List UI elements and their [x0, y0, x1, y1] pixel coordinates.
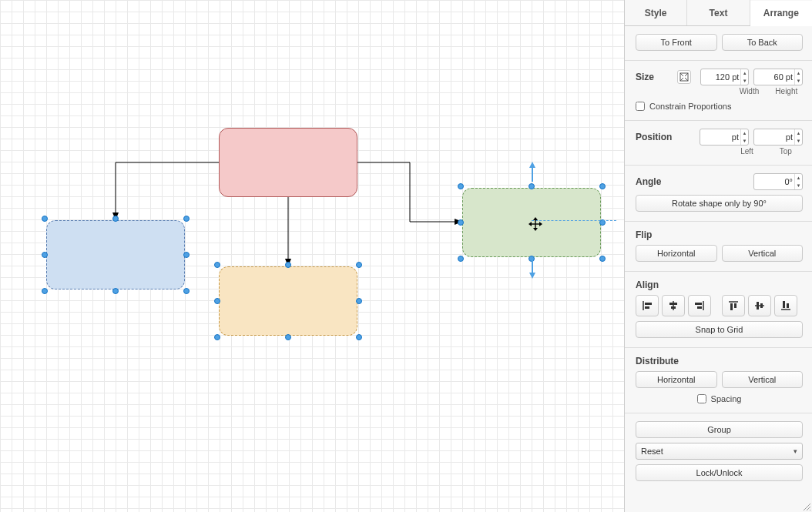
spacing-checkbox[interactable]: Spacing: [636, 394, 803, 403]
constrain-checkbox-input[interactable]: [636, 102, 645, 111]
svg-marker-0: [112, 212, 119, 220]
inspector-tabs: Style Text Arrange: [625, 0, 812, 26]
svg-rect-30: [783, 301, 785, 308]
svg-rect-16: [645, 306, 649, 309]
snap-to-grid-button[interactable]: Snap to Grid: [636, 321, 803, 338]
section-distribute: Distribute Horizontal Vertical Spacing: [625, 348, 812, 413]
svg-rect-21: [695, 303, 702, 305]
tab-arrange[interactable]: Arrange: [750, 1, 812, 26]
svg-rect-22: [697, 306, 702, 309]
angle-stepper[interactable]: ▲▼: [794, 174, 802, 189]
section-angle: Angle 0° ▲▼ Rotate shape only by 90°: [625, 166, 812, 222]
align-center-h-button[interactable]: [662, 295, 685, 316]
top-input[interactable]: pt ▲▼: [753, 129, 803, 146]
left-sublabel: Left: [730, 147, 763, 156]
reset-select-label: Reset: [641, 447, 663, 456]
svg-marker-6: [529, 273, 535, 279]
section-group: Group Reset ▾ Lock/Unlock: [625, 413, 812, 490]
constrain-label: Constrain Proportions: [649, 102, 731, 111]
top-value: pt: [786, 132, 794, 142]
align-center-h-icon: [668, 300, 679, 311]
align-bottom-icon: [780, 300, 791, 311]
svg-line-34: [810, 510, 810, 510]
to-back-button[interactable]: To Back: [722, 34, 804, 51]
align-top-icon: [728, 300, 739, 311]
shape-blue[interactable]: [46, 220, 185, 289]
svg-rect-24: [730, 303, 733, 310]
chevron-down-icon: ▾: [794, 447, 797, 455]
align-top-button[interactable]: [722, 295, 745, 316]
group-button[interactable]: Group: [636, 421, 803, 438]
angle-input[interactable]: 0° ▲▼: [753, 173, 803, 190]
size-label: Size: [636, 72, 673, 82]
width-value: 120 pt: [716, 72, 741, 82]
left-value: pt: [732, 132, 740, 142]
tab-text[interactable]: Text: [687, 0, 750, 25]
svg-rect-19: [671, 306, 676, 309]
height-sublabel: Height: [770, 87, 803, 95]
height-stepper[interactable]: ▲▼: [794, 69, 802, 85]
angle-value: 0°: [784, 177, 794, 186]
width-input[interactable]: 120 pt ▲▼: [700, 69, 750, 85]
align-right-icon: [694, 300, 705, 311]
section-align: Align Snap to Grid: [625, 272, 812, 348]
inspector-panel: Style Text Arrange To Front To Back Size…: [624, 0, 812, 512]
top-sublabel: Top: [769, 147, 803, 156]
align-right-button[interactable]: [688, 295, 711, 316]
svg-rect-25: [734, 303, 737, 308]
distribute-horizontal-button[interactable]: Horizontal: [636, 371, 717, 388]
svg-marker-1: [285, 259, 291, 266]
svg-marker-4: [529, 162, 535, 168]
canvas[interactable]: [0, 0, 624, 512]
align-center-v-icon: [754, 300, 765, 311]
tab-style[interactable]: Style: [625, 0, 687, 25]
width-sublabel: Width: [733, 87, 765, 95]
flip-label: Flip: [636, 229, 803, 240]
left-stepper[interactable]: ▲▼: [740, 129, 748, 145]
lock-unlock-button[interactable]: Lock/Unlock: [636, 464, 803, 481]
window-resize-grip-icon[interactable]: [802, 502, 811, 511]
spacing-label: Spacing: [711, 394, 742, 403]
section-flip: Flip Horizontal Vertical: [625, 222, 812, 272]
section-order: To Front To Back: [625, 26, 812, 61]
selection-handles: [45, 219, 186, 291]
align-center-v-button[interactable]: [748, 295, 771, 316]
selection-handles: [217, 265, 359, 337]
align-left-button[interactable]: [636, 295, 659, 316]
top-stepper[interactable]: ▲▼: [794, 129, 802, 145]
svg-rect-27: [757, 302, 759, 310]
svg-rect-28: [760, 303, 763, 308]
selection-handles: [461, 186, 602, 259]
constrain-proportions-checkbox[interactable]: Constrain Proportions: [636, 102, 803, 111]
distribute-vertical-button[interactable]: Vertical: [722, 371, 804, 388]
svg-rect-15: [645, 303, 652, 305]
left-input[interactable]: pt ▲▼: [700, 129, 749, 146]
distribute-label: Distribute: [636, 356, 803, 366]
section-position: Position pt ▲▼ pt ▲▼ Left Top: [625, 121, 812, 166]
reset-select[interactable]: Reset ▾: [636, 443, 803, 460]
height-input[interactable]: 60 pt ▲▼: [753, 69, 803, 85]
shape-green[interactable]: [462, 188, 601, 257]
section-size: Size 120 pt ▲▼ 60 pt ▲▼ Width Height: [625, 61, 812, 121]
align-bottom-button[interactable]: [774, 295, 797, 316]
flip-horizontal-button[interactable]: Horizontal: [636, 245, 717, 262]
shape-red[interactable]: [219, 128, 357, 197]
svg-marker-2: [455, 219, 462, 225]
shape-orange[interactable]: [219, 266, 357, 336]
width-stepper[interactable]: ▲▼: [740, 69, 748, 85]
svg-rect-18: [669, 303, 677, 305]
fit-size-button[interactable]: [677, 70, 691, 84]
align-label: Align: [636, 279, 803, 290]
position-label: Position: [636, 132, 686, 142]
svg-rect-31: [787, 303, 789, 308]
to-front-button[interactable]: To Front: [636, 34, 717, 51]
spacing-checkbox-input[interactable]: [697, 394, 706, 403]
fit-icon: [679, 72, 689, 82]
height-value: 60 pt: [774, 72, 794, 82]
svg-line-32: [804, 504, 810, 510]
angle-label: Angle: [636, 176, 749, 187]
align-left-icon: [642, 300, 653, 311]
rotate-90-button[interactable]: Rotate shape only by 90°: [636, 195, 803, 212]
flip-vertical-button[interactable]: Vertical: [722, 245, 804, 262]
